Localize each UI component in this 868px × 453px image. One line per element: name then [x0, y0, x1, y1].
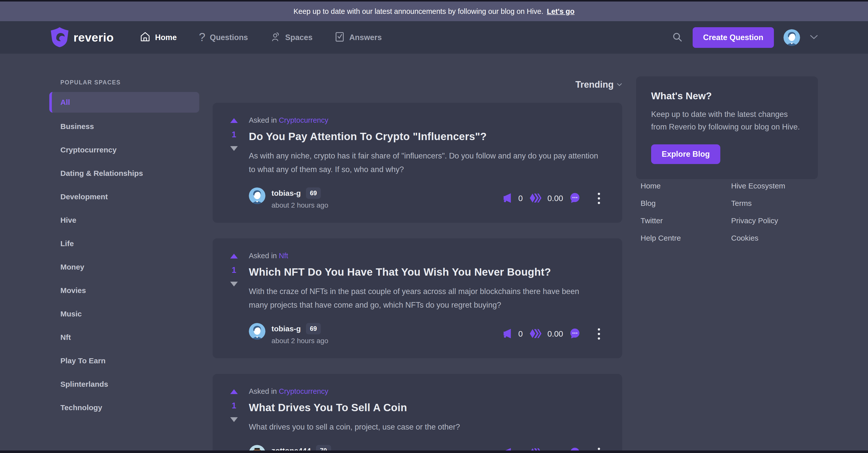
footer-link-cookies[interactable]: Cookies	[731, 234, 785, 242]
footer-link-blog[interactable]: Blog	[641, 199, 731, 207]
upvote-button[interactable]	[230, 389, 238, 394]
sidebar-item-splinterlands[interactable]: Splinterlands	[49, 372, 199, 396]
nav-item-home[interactable]: Home	[140, 31, 177, 44]
nav-item-questions[interactable]: ? Questions	[199, 31, 248, 44]
question-body: As with any niche, crypto has it fair sh…	[249, 149, 600, 176]
question-card: 1 Asked in Nft Which NFT Do You Have Tha…	[213, 238, 622, 358]
window-top-edge	[0, 0, 868, 1]
sort-dropdown[interactable]: Trending	[213, 79, 622, 90]
sidebar-item-music[interactable]: Music	[49, 302, 199, 325]
nav-item-label: Answers	[349, 33, 382, 42]
question-card: 1 Asked in Cryptocurrency Do You Pay Att…	[213, 103, 622, 223]
comments-bubble-icon[interactable]	[569, 192, 581, 205]
upvote-button[interactable]	[230, 118, 238, 123]
payout-amount: 0.00	[548, 329, 563, 339]
sidebar-item-money[interactable]: Money	[49, 255, 199, 279]
sort-label: Trending	[576, 79, 614, 90]
whats-new-body: Keep up to date with the latest changes …	[651, 108, 803, 133]
author-name[interactable]: tobias-g	[272, 189, 301, 198]
footer-link-home[interactable]: Home	[641, 182, 731, 190]
explore-blog-button[interactable]: Explore Blog	[651, 144, 720, 164]
author-avatar[interactable]	[249, 323, 266, 340]
nav-item-label: Spaces	[285, 33, 313, 42]
question-title[interactable]: Which NFT Do You Have That You Wish You …	[249, 266, 600, 278]
space-link[interactable]: Cryptocurrency	[279, 116, 328, 124]
footer-link-help-centre[interactable]: Help Centre	[641, 234, 731, 242]
author-avatar[interactable]	[249, 188, 266, 204]
whats-new-card: What's New? Keep up to date with the lat…	[636, 76, 818, 179]
nav-item-label: Questions	[210, 33, 248, 42]
brand-logo[interactable]: reverio	[50, 26, 114, 49]
nav-item-spaces[interactable]: Spaces	[270, 31, 313, 44]
sidebar-item-business[interactable]: Business	[49, 115, 199, 138]
author[interactable]: tobias-g 69 about 2 hours ago	[249, 323, 328, 345]
downvote-button[interactable]	[230, 146, 238, 151]
chevron-down-icon[interactable]	[810, 34, 818, 41]
sidebar-popular-spaces: POPULAR SPACES All Business Cryptocurren…	[49, 79, 199, 419]
downvote-button[interactable]	[230, 282, 238, 286]
nav-item-label: Home	[155, 33, 177, 42]
vote-count: 1	[232, 265, 236, 275]
card-stats: 0 0.00	[502, 192, 600, 205]
search-icon[interactable]	[672, 31, 683, 44]
announcement-cta-link[interactable]: Let's go	[547, 7, 575, 16]
question-content: Asked in Cryptocurrency Do You Pay Atten…	[246, 116, 600, 209]
nav-right: Create Question	[672, 27, 818, 48]
asked-in: Asked in Cryptocurrency	[249, 116, 600, 124]
footer-link-privacy-policy[interactable]: Privacy Policy	[731, 217, 785, 225]
more-options-kebab-icon[interactable]	[598, 193, 600, 204]
hive-icon[interactable]	[529, 193, 541, 204]
sidebar-item-movies[interactable]: Movies	[49, 279, 199, 302]
user-avatar[interactable]	[783, 29, 800, 46]
answers-megaphone-icon[interactable]	[502, 328, 512, 340]
sidebar-item-play-to-earn[interactable]: Play To Earn	[49, 349, 199, 372]
brand-name: reverio	[73, 30, 114, 44]
sidebar-item-development[interactable]: Development	[49, 185, 199, 208]
sidebar-item-all[interactable]: All	[49, 92, 199, 113]
answers-count: 0	[518, 329, 523, 339]
footer-link-hive-ecosystem[interactable]: Hive Ecosystem	[731, 182, 785, 190]
announcement-text: Keep up to date with our latest announce…	[293, 7, 543, 16]
question-mark-icon: ?	[199, 31, 205, 43]
home-icon	[140, 31, 151, 44]
space-link[interactable]: Cryptocurrency	[279, 387, 328, 395]
reputation-badge: 69	[306, 323, 321, 334]
downvote-button[interactable]	[230, 417, 238, 422]
answers-count: 0	[518, 194, 523, 203]
timestamp: about 2 hours ago	[272, 337, 328, 345]
space-link[interactable]: Nft	[279, 252, 288, 260]
sidebar-item-dating-relationships[interactable]: Dating & Relationships	[49, 162, 199, 185]
card-footer: tobias-g 69 about 2 hours ago 0	[249, 323, 600, 345]
upvote-button[interactable]	[230, 254, 238, 258]
sidebar-item-nft[interactable]: Nft	[49, 325, 199, 349]
asked-in-label: Asked in	[249, 116, 277, 124]
reverio-shield-icon	[50, 26, 69, 49]
window-bottom-edge	[0, 451, 868, 453]
create-question-button[interactable]: Create Question	[693, 27, 774, 48]
card-footer: tobias-g 69 about 2 hours ago 0	[249, 188, 600, 209]
nav-item-answers[interactable]: Answers	[335, 31, 382, 44]
navbar: reverio Home ? Questions Spaces	[0, 21, 868, 54]
question-feed: Trending 1 Asked in Cryptocurrency Do Yo…	[213, 79, 622, 453]
payout-amount: 0.00	[548, 194, 563, 203]
people-icon	[270, 31, 281, 44]
more-options-kebab-icon[interactable]	[598, 328, 600, 340]
question-title[interactable]: What Drives You To Sell A Coin	[249, 402, 600, 414]
question-title[interactable]: Do You Pay Attention To Crypto "Influenc…	[249, 131, 600, 143]
sidebar-item-hive[interactable]: Hive	[49, 208, 199, 232]
author-name[interactable]: tobias-g	[272, 324, 301, 333]
sidebar-item-life[interactable]: Life	[49, 232, 199, 255]
author[interactable]: tobias-g 69 about 2 hours ago	[249, 188, 328, 209]
hive-icon[interactable]	[529, 328, 541, 340]
sidebar-item-cryptocurrency[interactable]: Cryptocurrency	[49, 138, 199, 162]
footer-link-terms[interactable]: Terms	[731, 199, 785, 207]
sidebar-item-technology[interactable]: Technology	[49, 396, 199, 419]
question-card: 1 Asked in Cryptocurrency What Drives Yo…	[213, 374, 622, 453]
vote-widget: 1	[222, 387, 246, 453]
question-body: With the craze of NFTs in the past coupl…	[249, 285, 600, 312]
answers-megaphone-icon[interactable]	[502, 193, 512, 204]
sidebar-list: Business Cryptocurrency Dating & Relatio…	[49, 115, 199, 419]
author-meta: tobias-g 69 about 2 hours ago	[272, 323, 328, 345]
comments-bubble-icon[interactable]	[569, 328, 581, 340]
footer-link-twitter[interactable]: Twitter	[641, 217, 731, 225]
